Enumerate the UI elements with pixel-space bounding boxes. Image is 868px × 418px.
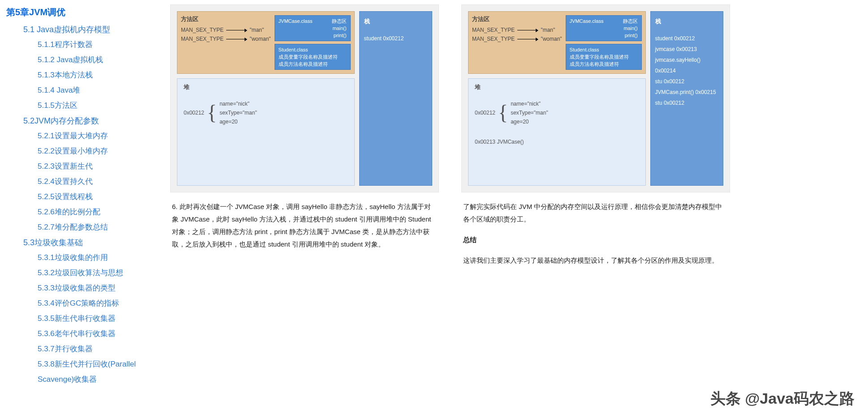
heap-addr: 0x00212 [184, 110, 204, 116]
toc-link[interactable]: 5.2.2设置最小堆内存 [4, 144, 170, 159]
toc-list: 5.1 Java虚拟机内存模型5.1.1程序计数器5.1.2 Java虚拟机栈5… [4, 22, 170, 387]
class-box-student: Student.class 成员变量字段名称及描述符 成员方法名称及描述符 [566, 44, 642, 70]
class-name: Student.class [570, 46, 638, 53]
const-val: "woman" [249, 36, 271, 42]
toc-link[interactable]: 5.3垃圾收集基础 [4, 235, 170, 250]
class-group: 静态区 [332, 17, 347, 25]
const-map-row: MAN_SEX_TYPE "woman" [181, 36, 271, 42]
const-key: MAN_SEX_TYPE [472, 36, 515, 42]
column-right: 方法区 MAN_SEX_TYPE "man" MAN_SEX_TYPE "wo [461, 4, 730, 387]
class-box-student: Student.class 成员变量字段名称及描述符 成员方法名称及描述符 [275, 44, 351, 70]
toc-link[interactable]: 5.2.5设置线程栈 [4, 189, 170, 205]
stack-item: student 0x00212 [655, 33, 718, 44]
stack-list: student 0x00212jvmcase 0x00213jvmcase.sa… [655, 33, 718, 108]
class-method: print() [570, 32, 638, 39]
brace-icon: { [498, 106, 508, 119]
toc-link[interactable]: 5.2.6堆的比例分配 [4, 205, 170, 220]
class-group: 静态区 [623, 17, 638, 25]
toc-link[interactable]: 5.3.4评价GC策略的指标 [4, 296, 170, 311]
stack-list: student 0x00212 [364, 33, 427, 44]
heap-field: name="nick" [511, 99, 548, 108]
const-val: "woman" [541, 36, 562, 42]
class-desc: 成员方法名称及描述符 [570, 60, 638, 68]
stack-box: 栈 student 0x00212 [359, 11, 432, 186]
heap-object: 0x00212 { name="nick" sexType="man" age=… [184, 99, 348, 126]
content-area: 方法区 MAN_SEX_TYPE "man" MAN_SEX_TYPE "wo [170, 0, 868, 392]
const-map-row: MAN_SEX_TYPE "man" [181, 27, 271, 33]
const-val: "man" [249, 27, 264, 33]
heap-field: name="nick" [219, 99, 257, 108]
stack-item: JVMCase.print() 0x00215 [655, 87, 718, 98]
stack-item: stu 0x00212 [655, 98, 718, 108]
toc-link[interactable]: 5.1.1程序计数器 [4, 37, 170, 52]
const-val: "man" [541, 27, 555, 33]
diagram-right: 方法区 MAN_SEX_TYPE "man" MAN_SEX_TYPE "wo [461, 4, 730, 192]
stack-item: jvmcase.sayHello() 0x00214 [655, 55, 718, 76]
method-area-title: 方法区 [181, 15, 271, 23]
table-of-contents: 第5章JVM调优 5.1 Java虚拟机内存模型5.1.1程序计数器5.1.2 … [0, 0, 170, 392]
toc-link[interactable]: 5.3.3垃圾收集器的类型 [4, 281, 170, 296]
toc-link[interactable]: 5.2.4设置持久代 [4, 174, 170, 189]
method-area-box: 方法区 MAN_SEX_TYPE "man" MAN_SEX_TYPE "wo [468, 11, 646, 74]
heap-extra-object: 0x00213 JVMCase() [475, 139, 639, 145]
arrow-icon [226, 30, 247, 30]
toc-link[interactable]: 5.1.2 Java虚拟机栈 [4, 52, 170, 68]
class-desc: 成员方法名称及描述符 [279, 60, 347, 68]
toc-chapter-title: 第5章JVM调优 [6, 6, 170, 18]
watermark: 头条 @Java码农之路 [710, 388, 855, 392]
stack-item: stu 0x00212 [655, 76, 718, 87]
arrow-icon [517, 39, 538, 39]
toc-link[interactable]: 5.2.7堆分配参数总结 [4, 220, 170, 235]
paragraph: 6. 此时再次创建一个 JVMCase 对象，调用 sayHello 非静态方法… [172, 200, 437, 251]
paragraph: 这讲我们主要深入学习了最基础的内存模型设计，了解其各个分区的作用及实现原理。 [463, 254, 728, 267]
class-box-jvmcase: JVMCase.class 静态区 main() print() [566, 15, 642, 41]
heap-field: sexType="man" [511, 108, 548, 117]
toc-link[interactable]: 5.1.5方法区 [4, 98, 170, 113]
arrow-icon [226, 39, 247, 39]
stack-item: student 0x00212 [364, 33, 427, 44]
toc-link[interactable]: 5.3.7并行收集器 [4, 341, 170, 357]
const-map-row: MAN_SEX_TYPE "woman" [472, 36, 562, 42]
toc-link[interactable]: 5.2.1设置最大堆内存 [4, 128, 170, 144]
class-name: JVMCase.class [570, 17, 604, 25]
toc-link[interactable]: 5.3.2垃圾回收算法与思想 [4, 265, 170, 281]
class-name: JVMCase.class [279, 17, 313, 25]
heap-box: 堆 0x00212 { name="nick" sexType="man" ag… [468, 78, 646, 186]
toc-link[interactable]: 5.3.5新生代串行收集器 [4, 311, 170, 326]
const-key: MAN_SEX_TYPE [181, 27, 223, 33]
heap-field: sexType="man" [219, 108, 257, 117]
method-area-title: 方法区 [472, 15, 562, 23]
toc-link[interactable]: 5.2.3设置新生代 [4, 159, 170, 174]
heap-title: 堆 [184, 83, 348, 91]
class-name: Student.class [279, 46, 347, 53]
heap-field: age=20 [219, 117, 257, 126]
class-desc: 成员变量字段名称及描述符 [570, 53, 638, 60]
class-desc: 成员变量字段名称及描述符 [279, 53, 347, 60]
heap-box: 堆 0x00212 { name="nick" sexType="man" ag… [177, 78, 355, 186]
summary-heading: 总结 [463, 234, 728, 246]
toc-link[interactable]: 5.3.6老年代串行收集器 [4, 326, 170, 341]
toc-link[interactable]: 5.1.4 Java堆 [4, 83, 170, 98]
diagram-left: 方法区 MAN_SEX_TYPE "man" MAN_SEX_TYPE "wo [170, 4, 439, 192]
arrow-icon [517, 30, 538, 30]
const-key: MAN_SEX_TYPE [181, 36, 223, 42]
toc-link[interactable]: 5.1 Java虚拟机内存模型 [4, 22, 170, 37]
stack-title: 栈 [655, 16, 718, 27]
toc-link[interactable]: 5.2JVM内存分配参数 [4, 113, 170, 128]
toc-link[interactable]: 5.1.3本地方法栈 [4, 68, 170, 83]
stack-title: 栈 [364, 16, 427, 27]
brace-icon: { [207, 106, 217, 119]
class-method: main() [570, 25, 638, 32]
toc-link[interactable]: 5.3.8新生代并行回收(Parallel Scavenge)收集器 [4, 357, 170, 387]
class-box-jvmcase: JVMCase.class 静态区 main() print() [275, 15, 351, 41]
stack-box: 栈 student 0x00212jvmcase 0x00213jvmcase.… [650, 11, 723, 186]
heap-field: age=20 [511, 117, 548, 126]
paragraph: 了解完实际代码在 JVM 中分配的内存空间以及运行原理，相信你会更加清楚内存模型… [463, 200, 728, 226]
toc-link[interactable]: 5.3.1垃圾收集的作用 [4, 250, 170, 265]
const-map-row: MAN_SEX_TYPE "man" [472, 27, 562, 33]
heap-object: 0x00212 { name="nick" sexType="man" age=… [475, 99, 639, 126]
const-key: MAN_SEX_TYPE [472, 27, 515, 33]
class-method: print() [279, 32, 347, 39]
method-area-box: 方法区 MAN_SEX_TYPE "man" MAN_SEX_TYPE "wo [177, 11, 355, 74]
heap-title: 堆 [475, 83, 639, 91]
